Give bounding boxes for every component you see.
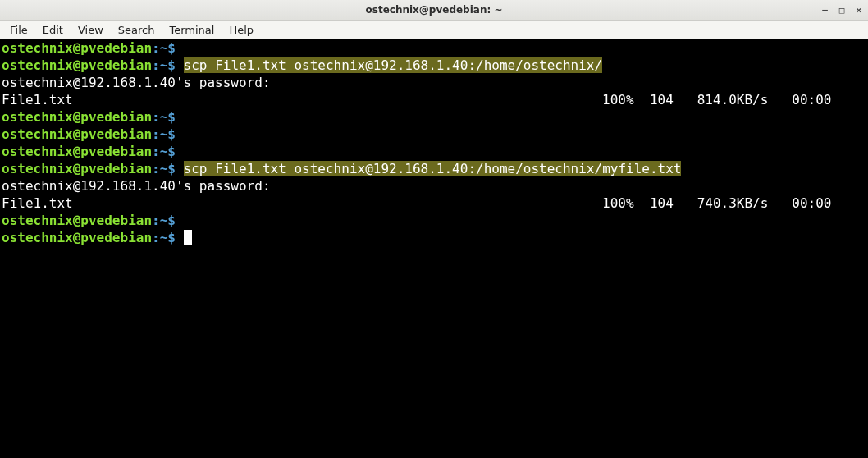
minimize-button[interactable]: – [820,5,829,16]
menu-view[interactable]: View [71,22,110,38]
menu-terminal[interactable]: Terminal [162,22,221,38]
close-button[interactable]: × [854,5,863,16]
menubar: File Edit View Search Terminal Help [0,21,868,39]
menu-file[interactable]: File [3,22,34,38]
menu-edit[interactable]: Edit [36,22,70,38]
titlebar: ostechnix@pvedebian: ~ – □ × [0,0,868,21]
terminal[interactable]: ostechnix@pvedebian:~$ ostechnix@pvedebi… [0,39,868,458]
window-title: ostechnix@pvedebian: ~ [366,4,503,16]
maximize-button[interactable]: □ [838,5,847,16]
window-controls: – □ × [820,0,863,20]
menu-search[interactable]: Search [112,22,162,38]
terminal-cursor [184,230,192,245]
menu-help[interactable]: Help [222,22,260,38]
